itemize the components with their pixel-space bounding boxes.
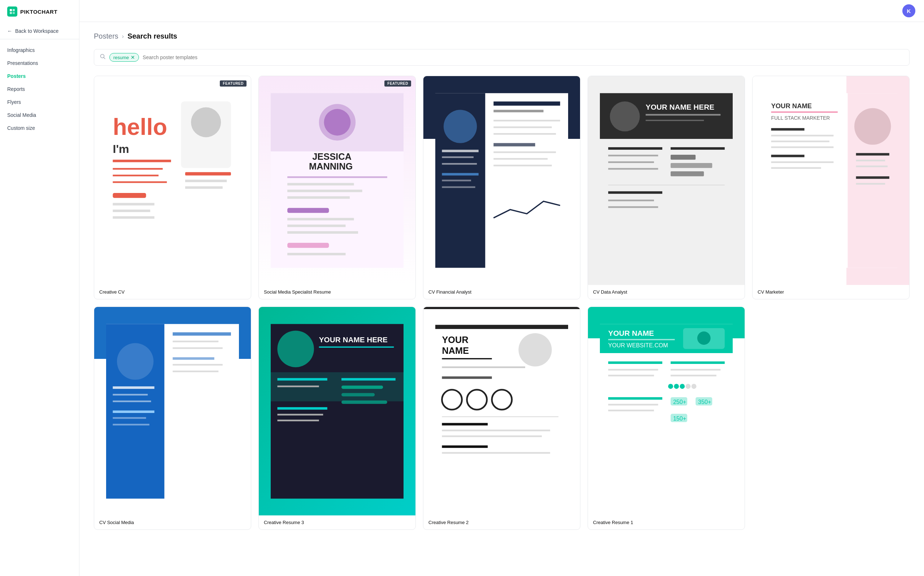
svg-rect-19 <box>185 172 231 175</box>
svg-rect-122 <box>435 325 568 329</box>
sidebar-item-reports[interactable]: Reports <box>0 83 79 96</box>
user-avatar[interactable]: K <box>902 4 915 17</box>
svg-text:JESSICA: JESSICA <box>312 152 351 162</box>
search-input[interactable] <box>143 54 903 60</box>
svg-rect-20 <box>185 179 227 182</box>
template-card-cv-marketer[interactable]: YOUR NAME FULL STACK MARKETER <box>752 76 910 299</box>
svg-rect-78 <box>771 112 837 112</box>
svg-rect-156 <box>608 397 663 400</box>
svg-rect-135 <box>442 436 542 437</box>
card-image-creative-resume2: YOUR NAME <box>424 307 580 516</box>
svg-text:I'm: I'm <box>112 142 129 155</box>
svg-rect-41 <box>442 150 478 152</box>
svg-rect-48 <box>493 110 543 112</box>
svg-rect-42 <box>442 156 473 158</box>
svg-rect-120 <box>342 400 387 403</box>
svg-rect-53 <box>493 152 556 153</box>
template-card-social-media-specialist[interactable]: FEATURED JESSICA MANNING <box>258 76 416 299</box>
svg-rect-87 <box>856 153 889 155</box>
template-card-creative-resume3[interactable]: YOUR NAME HERE C <box>258 307 416 530</box>
svg-point-152 <box>674 384 679 389</box>
svg-rect-116 <box>277 419 319 421</box>
svg-rect-32 <box>287 208 329 213</box>
card-image-creative-resume1: YOUR NAME YOUR WEBSITE.COM <box>588 307 744 516</box>
svg-rect-117 <box>342 378 396 381</box>
card-label-creative-cv: Creative CV <box>94 285 251 299</box>
svg-rect-85 <box>771 161 833 163</box>
svg-rect-136 <box>442 445 488 448</box>
svg-text:150+: 150+ <box>673 415 686 421</box>
svg-rect-81 <box>771 135 833 137</box>
svg-rect-47 <box>493 101 560 106</box>
svg-rect-61 <box>645 120 703 121</box>
sidebar-item-presentations[interactable]: Presentations <box>0 57 79 70</box>
svg-rect-10 <box>112 168 162 170</box>
sidebar-item-custom-size[interactable]: Custom size <box>0 122 79 134</box>
template-card-creative-cv[interactable]: FEATURED hello I'm <box>94 76 251 299</box>
svg-point-126 <box>518 333 552 366</box>
search-bar: resume ✕ <box>94 49 910 66</box>
svg-rect-146 <box>671 362 725 364</box>
template-card-cv-data-analyst[interactable]: YOUR NAME HERE <box>588 76 745 299</box>
svg-text:hello: hello <box>112 114 167 140</box>
card-image-social-media-specialist: FEATURED JESSICA MANNING <box>259 76 415 285</box>
svg-rect-145 <box>608 362 663 364</box>
svg-rect-2 <box>10 12 12 14</box>
card-label-social-media-specialist: Social Media Specialist Resume <box>259 285 415 299</box>
svg-rect-113 <box>277 386 319 387</box>
template-card-creative-resume1[interactable]: YOUR NAME YOUR WEBSITE.COM <box>588 307 745 530</box>
svg-rect-66 <box>671 147 725 150</box>
svg-rect-71 <box>608 191 663 194</box>
svg-rect-119 <box>342 393 375 396</box>
logo: PIKTOCHART <box>0 0 79 23</box>
svg-rect-147 <box>608 369 658 370</box>
svg-rect-29 <box>287 183 354 186</box>
svg-rect-54 <box>493 158 547 160</box>
svg-rect-91 <box>856 183 885 185</box>
sidebar-item-social-media[interactable]: Social Media <box>0 109 79 122</box>
sidebar: PIKTOCHART ← Back to Workspace Infograph… <box>0 0 79 576</box>
card-label-cv-marketer: CV Marketer <box>752 285 909 299</box>
search-tag[interactable]: resume ✕ <box>109 53 139 62</box>
tag-remove-button[interactable]: ✕ <box>131 54 135 60</box>
svg-rect-101 <box>173 332 231 336</box>
svg-rect-15 <box>112 210 150 212</box>
template-card-creative-resume2[interactable]: YOUR NAME <box>423 307 581 530</box>
svg-rect-1 <box>13 9 15 11</box>
svg-rect-133 <box>442 423 488 426</box>
nav-menu: Infographics Presentations Posters Repor… <box>0 39 79 139</box>
svg-rect-112 <box>277 378 327 381</box>
breadcrumb-parent[interactable]: Posters <box>94 32 119 40</box>
svg-rect-125 <box>442 358 492 359</box>
svg-point-151 <box>668 384 673 389</box>
template-card-cv-social-media[interactable]: CV Social Media <box>94 307 251 530</box>
svg-rect-86 <box>771 167 821 169</box>
svg-rect-44 <box>442 173 478 176</box>
svg-rect-11 <box>112 174 159 176</box>
header-bar: K <box>79 0 924 22</box>
sidebar-item-flyers[interactable]: Flyers <box>0 96 79 109</box>
svg-rect-157 <box>608 403 658 405</box>
svg-rect-118 <box>342 386 383 389</box>
breadcrumb-separator: › <box>122 33 124 40</box>
sidebar-item-posters[interactable]: Posters <box>0 70 79 83</box>
back-to-workspace-button[interactable]: ← Back to Workspace <box>0 23 79 39</box>
template-card-cv-financial-analyst[interactable]: CV Financial Analyst <box>423 76 581 299</box>
svg-rect-134 <box>442 430 550 431</box>
svg-rect-49 <box>493 120 560 122</box>
svg-rect-55 <box>493 165 552 166</box>
sidebar-item-infographics[interactable]: Infographics <box>0 44 79 57</box>
card-label-creative-resume3: Creative Resume 3 <box>259 515 415 530</box>
svg-rect-150 <box>671 375 717 376</box>
svg-text:YOUR NAME: YOUR NAME <box>608 329 654 337</box>
svg-point-153 <box>680 384 685 389</box>
svg-rect-67 <box>671 155 696 160</box>
svg-rect-96 <box>112 394 148 396</box>
svg-rect-137 <box>442 452 550 454</box>
svg-rect-103 <box>173 347 222 349</box>
breadcrumb: Posters › Search results <box>94 32 910 40</box>
svg-rect-0 <box>10 9 12 11</box>
svg-rect-46 <box>442 186 475 188</box>
featured-badge-social: FEATURED <box>384 80 411 86</box>
svg-point-108 <box>277 330 314 367</box>
